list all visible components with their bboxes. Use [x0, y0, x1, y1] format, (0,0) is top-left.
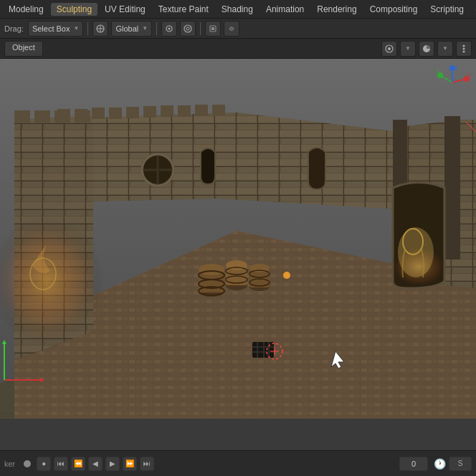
svg-point-14	[463, 50, 465, 52]
menu-rendering[interactable]: Rendering	[311, 3, 362, 16]
play-btn[interactable]: ●	[37, 457, 51, 471]
svg-rect-46	[161, 105, 173, 117]
svg-rect-36	[14, 110, 30, 123]
timeline-bar: ker ● ⏮ ⏪ ◀ ▶ ⏩ ⏭ 0 🕐 S	[0, 450, 476, 476]
separator-1	[87, 22, 88, 35]
menu-add-workspace[interactable]: +	[471, 2, 476, 16]
svg-rect-79	[252, 342, 274, 358]
menu-shading[interactable]: Shading	[216, 3, 259, 16]
menu-animation[interactable]: Animation	[260, 3, 310, 16]
viewport-shading-dropdown[interactable]: ▼	[437, 41, 453, 57]
prev-keyframe-btn[interactable]: ⏪	[71, 457, 85, 471]
xray-btn[interactable]	[224, 21, 239, 37]
svg-rect-49	[212, 105, 225, 116]
svg-point-10	[388, 47, 391, 50]
svg-rect-48	[195, 105, 208, 116]
overlay-dropdown-arrow: ▼	[405, 45, 411, 52]
menu-scripting[interactable]: Scripting	[424, 3, 470, 16]
header-right: ▼ ▼	[381, 41, 472, 57]
end-frame-display[interactable]: S	[449, 457, 472, 471]
frame-input[interactable]: 0	[399, 457, 428, 471]
svg-rect-55	[444, 116, 460, 260]
viewport-gizmo[interactable]: X Y Z	[434, 65, 470, 100]
global-label: Global	[115, 24, 138, 33]
select-box-arrow: ▼	[74, 25, 80, 32]
separator-2	[156, 22, 157, 35]
svg-point-4	[168, 27, 171, 29]
separator-3	[200, 22, 201, 35]
svg-rect-42	[92, 108, 105, 119]
svg-rect-41	[75, 109, 87, 120]
global-arrow: ▼	[142, 25, 148, 32]
svg-rect-40	[57, 109, 70, 120]
svg-text:Z: Z	[454, 65, 458, 70]
scene-svg	[0, 59, 476, 419]
svg-point-13	[463, 47, 465, 49]
menu-bar: Modeling Sculpting UV Editing Texture Pa…	[0, 0, 476, 19]
clock-icon: 🕐	[434, 458, 446, 470]
svg-rect-43	[109, 108, 122, 119]
extra-btn[interactable]	[456, 41, 472, 57]
menu-texture-paint[interactable]: Texture Paint	[153, 3, 214, 16]
svg-point-12	[463, 44, 465, 47]
timeline-label: ker	[4, 460, 15, 468]
prev-frame-btn[interactable]: ◀	[88, 457, 103, 471]
proportional-edit-btn[interactable]	[180, 21, 196, 37]
menu-modeling[interactable]: Modeling	[3, 3, 49, 16]
svg-rect-44	[126, 107, 139, 118]
svg-rect-45	[143, 106, 156, 118]
menu-compositing[interactable]: Compositing	[364, 3, 424, 16]
drag-label: Drag:	[4, 24, 24, 33]
svg-point-63	[199, 264, 224, 275]
svg-rect-47	[178, 105, 191, 117]
overlay-btn[interactable]	[205, 21, 221, 37]
overlay-dropdown[interactable]: ▼	[400, 41, 416, 57]
select-box-label: Select Box	[32, 24, 70, 33]
overlay-toggle[interactable]	[381, 41, 397, 57]
shading-dropdown-arrow: ▼	[442, 45, 448, 52]
menu-sculpting[interactable]: Sculpting	[51, 3, 97, 16]
object-mode-btn[interactable]: Object	[4, 41, 43, 57]
svg-point-78	[281, 270, 292, 281]
select-box-dropdown[interactable]: Select Box ▼	[28, 21, 84, 37]
viewport[interactable]: X Y Z	[0, 59, 476, 419]
toolbar: Drag: Select Box ▼ Global ▼	[0, 19, 476, 39]
timeline-dot	[24, 460, 31, 467]
svg-point-5	[184, 25, 191, 32]
svg-rect-37	[34, 110, 50, 123]
next-keyframe-btn[interactable]: ⏩	[123, 457, 137, 471]
next-frame-btn[interactable]: ▶	[105, 457, 120, 471]
viewport-shading-btn[interactable]	[419, 41, 434, 57]
svg-rect-8	[211, 27, 214, 30]
svg-text:X: X	[467, 72, 470, 77]
svg-point-57	[398, 227, 434, 277]
svg-text:Y: Y	[436, 69, 439, 74]
svg-point-6	[186, 27, 189, 30]
header-bar: Object ▼ ▼	[0, 39, 476, 59]
jump-start-btn[interactable]: ⏮	[54, 457, 68, 471]
menu-uv-editing[interactable]: UV Editing	[99, 3, 151, 16]
jump-end-btn[interactable]: ⏭	[140, 457, 154, 471]
global-dropdown[interactable]: Global ▼	[111, 21, 152, 37]
transform-icon-btn[interactable]	[92, 21, 108, 37]
snap-icon-btn[interactable]	[161, 21, 177, 37]
